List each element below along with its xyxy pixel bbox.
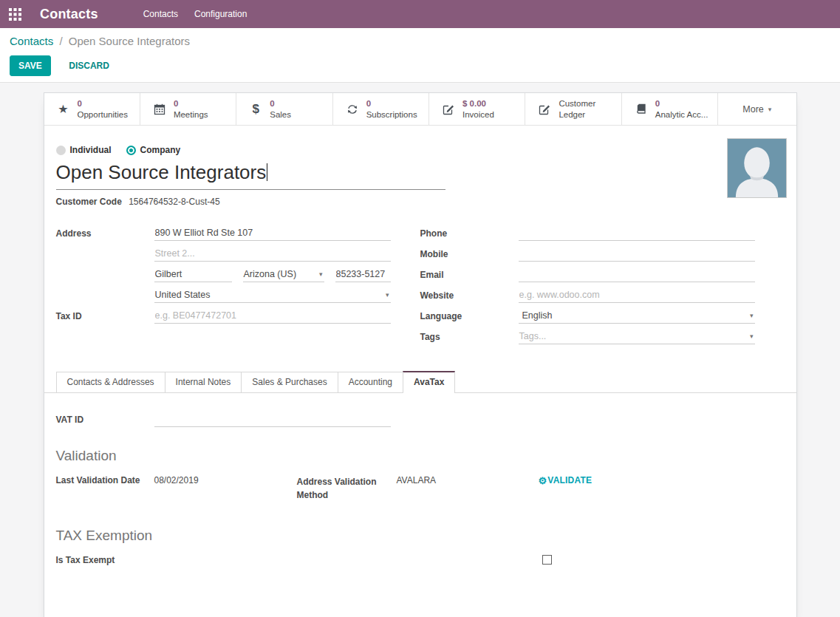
left-column: Address Arizona (US) ▾ — [56, 225, 420, 349]
menu-contacts[interactable]: Contacts — [135, 0, 186, 28]
calendar-icon — [152, 103, 167, 115]
name-input[interactable]: Open Source Integrators — [56, 158, 445, 190]
invoiced-amount: $ 0.00 — [462, 98, 494, 109]
menu-configuration[interactable]: Configuration — [186, 0, 255, 28]
avatax-tab-content: VAT ID Validation Last Validation Date 0… — [44, 393, 796, 617]
tax-exempt-row: Is Tax Exempt — [56, 555, 785, 570]
street-input[interactable] — [154, 225, 391, 241]
validate-label: VALIDATE — [547, 475, 592, 485]
control-panel: Contacts / Open Source Integrators SAVE … — [0, 28, 840, 83]
chevron-down-icon: ▾ — [386, 291, 389, 299]
text-cursor — [267, 163, 267, 181]
tab-sales-purchases[interactable]: Sales & Purchases — [241, 372, 338, 392]
subscriptions-count: 0 — [366, 98, 417, 109]
opportunities-count: 0 — [78, 98, 128, 109]
sales-count: 0 — [270, 98, 291, 109]
sales-label: Sales — [270, 109, 291, 120]
vat-id-row: VAT ID — [56, 411, 785, 427]
tab-avatax[interactable]: AvaTax — [403, 371, 455, 393]
individual-radio[interactable]: Individual — [56, 145, 112, 155]
meetings-label: Meetings — [174, 109, 208, 120]
meetings-button[interactable]: 0 Meetings — [140, 93, 236, 125]
city-input[interactable] — [154, 266, 232, 282]
is-tax-exempt-checkbox[interactable] — [542, 555, 552, 565]
customer-ledger-button[interactable]: Customer Ledger — [525, 93, 621, 125]
meetings-count: 0 — [174, 98, 208, 109]
company-type-selector: Individual Company — [56, 145, 785, 155]
tab-contacts-addresses[interactable]: Contacts & Addresses — [56, 372, 165, 392]
address-validation-method-label: Address Validation Method — [297, 475, 397, 502]
fields-grid: Address Arizona (US) ▾ — [56, 225, 785, 349]
mobile-input[interactable] — [519, 245, 755, 262]
invoiced-button[interactable]: $ 0.00 Invoiced — [429, 93, 525, 125]
tax-id-label: Tax ID — [56, 307, 154, 321]
phone-input[interactable] — [519, 225, 755, 241]
language-label: Language — [420, 307, 519, 321]
validation-section-title: Validation — [56, 448, 785, 464]
chevron-down-icon: ▾ — [750, 312, 754, 319]
is-tax-exempt-label: Is Tax Exempt — [56, 555, 115, 565]
contact-avatar[interactable] — [727, 138, 787, 198]
opportunities-button[interactable]: ★ 0 Opportunities — [44, 93, 140, 125]
analytic-accounts-button[interactable]: 0 Analytic Acc... — [622, 93, 718, 125]
chevron-down-icon: ▾ — [750, 333, 754, 340]
tags-label: Tags — [420, 328, 519, 342]
app-title: Contacts — [40, 7, 98, 22]
tags-select[interactable]: Tags... ▾ — [519, 328, 755, 344]
refresh-icon — [345, 103, 360, 115]
website-input[interactable] — [519, 287, 755, 303]
phone-label: Phone — [420, 225, 519, 239]
subscriptions-button[interactable]: 0 Subscriptions — [333, 93, 429, 125]
breadcrumb: Contacts / Open Source Integrators — [10, 35, 840, 47]
breadcrumb-separator: / — [59, 35, 62, 47]
contact-form-sheet: ★ 0 Opportunities — [44, 92, 797, 617]
tax-exemption-section-title: TAX Exemption — [56, 528, 785, 544]
tab-internal-notes[interactable]: Internal Notes — [165, 372, 242, 392]
tax-id-input[interactable] — [154, 307, 391, 324]
invoiced-label: Invoiced — [462, 109, 494, 120]
more-button[interactable]: More ▾ — [718, 93, 796, 125]
individual-label: Individual — [70, 145, 112, 155]
notebook-tabs: Contacts & Addresses Internal Notes Sale… — [44, 371, 796, 393]
zip-input[interactable] — [335, 266, 391, 282]
chevron-down-icon: ▾ — [319, 270, 323, 278]
radio-unselected-icon — [56, 146, 66, 155]
dollar-icon: $ — [248, 102, 263, 117]
company-radio[interactable]: Company — [126, 145, 181, 155]
country-select[interactable]: United States ▾ — [154, 287, 391, 303]
right-column: Phone Mobile Email Website — [420, 225, 785, 349]
email-input[interactable] — [519, 266, 755, 282]
subscriptions-label: Subscriptions — [366, 109, 417, 120]
address-validation-method-value: AVALARA — [397, 475, 482, 485]
opportunities-label: Opportunities — [78, 109, 128, 120]
analytic-accounts-count: 0 — [655, 98, 708, 109]
apps-menu-icon[interactable] — [0, 0, 31, 28]
customer-code-label: Customer Code — [56, 197, 122, 207]
breadcrumb-current: Open Source Integrators — [69, 35, 190, 47]
radio-selected-icon — [126, 146, 136, 155]
book-icon — [634, 103, 649, 115]
validate-button[interactable]: ⚙ VALIDATE — [539, 475, 593, 485]
last-validation-date-label: Last Validation Date — [56, 475, 154, 485]
state-select[interactable]: Arizona (US) ▾ — [243, 266, 324, 282]
street2-input[interactable] — [154, 245, 391, 262]
form-main: Individual Company Open Source Integrato… — [44, 126, 796, 349]
vat-id-input[interactable] — [154, 411, 391, 427]
save-button[interactable]: SAVE — [10, 55, 51, 76]
address-label: Address — [56, 225, 154, 239]
tab-accounting[interactable]: Accounting — [338, 372, 403, 392]
sales-button[interactable]: $ 0 Sales — [236, 93, 332, 125]
validation-row: Last Validation Date 08/02/2019 Address … — [56, 475, 785, 502]
discard-button[interactable]: DISCARD — [60, 55, 118, 76]
last-validation-date-value: 08/02/2019 — [154, 475, 297, 485]
email-label: Email — [420, 266, 519, 280]
language-select[interactable]: English ▾ — [519, 307, 755, 324]
company-label: Company — [140, 145, 181, 155]
top-navbar: Contacts Contacts Configuration — [0, 0, 840, 28]
breadcrumb-parent[interactable]: Contacts — [10, 35, 53, 47]
customer-ledger-label: Customer Ledger — [559, 98, 595, 120]
form-view: ★ 0 Opportunities — [0, 83, 840, 617]
gears-icon: ⚙ — [539, 476, 547, 485]
customer-code-value: 1564764532-8-Cust-45 — [129, 197, 219, 207]
more-label: More — [742, 104, 763, 115]
